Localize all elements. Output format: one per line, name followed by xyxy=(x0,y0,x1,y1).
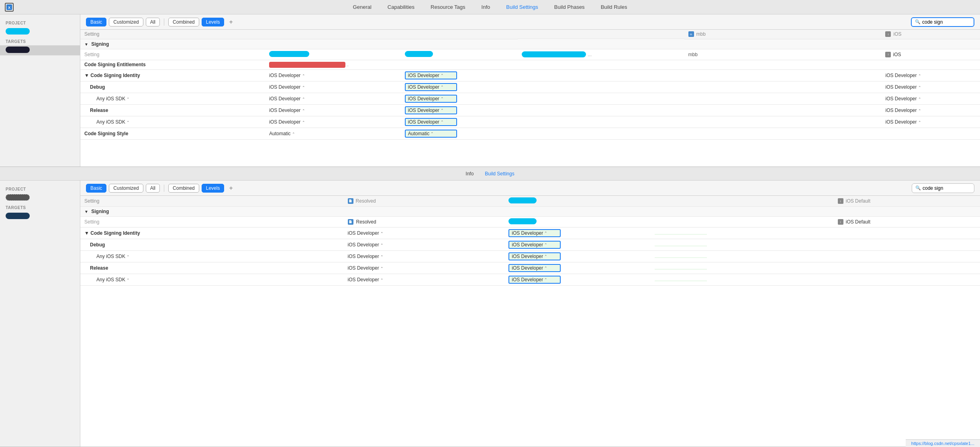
search-icon-1: 🔍 xyxy=(915,19,921,24)
project-pill-2 xyxy=(6,194,30,201)
customized-btn[interactable]: Customized xyxy=(109,18,143,26)
sidebar-2: PROJECT TARGETS xyxy=(0,181,80,447)
chevron-13: ⌃ xyxy=(918,109,921,113)
col-ios-header: i iOS xyxy=(881,30,980,39)
combined-btn[interactable]: Combined xyxy=(168,18,199,26)
table2-row-release: Release iOS Developer ⌃ iOS Developer ⌃ xyxy=(80,262,980,274)
table-row-debug: Debug iOS Developer ⌃ iOS Developer ⌃ xyxy=(80,81,980,93)
release2-green xyxy=(655,269,707,270)
release-col1: iOS Developer ⌃ xyxy=(265,104,401,116)
settings-table-2: Setting 📄 Resolved xyxy=(80,196,980,286)
debug-col3 xyxy=(518,81,684,93)
sidebar-project-item-2[interactable] xyxy=(0,193,80,203)
entitlements-empty xyxy=(518,60,684,69)
status-url: https://blog.csdn.net/cpsxlate1... xyxy=(911,441,974,446)
basic-btn[interactable]: Basic xyxy=(86,18,106,26)
nav-build-settings[interactable]: Build Settings xyxy=(504,4,540,10)
ios-icon-2: i xyxy=(885,52,891,57)
any-ios-release2-col1: iOS Developer ⌃ xyxy=(344,274,505,286)
signing-style-col6 xyxy=(881,128,980,139)
panel-2: PROJECT TARGETS Basic Customized All Com… xyxy=(0,181,980,447)
nav-resource-tags[interactable]: Resource Tags xyxy=(429,4,467,10)
sidebar-target-item[interactable] xyxy=(0,45,80,55)
sidebar-project-item[interactable] xyxy=(0,27,80,37)
identity2-highlighted: iOS Developer ⌃ xyxy=(508,229,561,237)
signing-section-header-2: ▼ Signing xyxy=(80,207,980,217)
any-ios-release2-highlighted: iOS Developer ⌃ xyxy=(508,276,561,284)
targets-label: TARGETS xyxy=(0,37,80,45)
val2-col-header xyxy=(401,49,518,60)
search-icon-2: 🔍 xyxy=(915,185,921,191)
val2-header-col xyxy=(504,217,651,228)
chevron-15: ⌃ xyxy=(302,120,305,124)
setting2-label: Setting xyxy=(80,217,344,228)
subnav-info[interactable]: Info xyxy=(466,171,474,177)
project-pill xyxy=(6,28,30,35)
all-btn-2[interactable]: All xyxy=(146,184,160,193)
any-ios-release-col3 xyxy=(518,116,684,128)
sidebar-target-item-2[interactable] xyxy=(0,211,80,221)
chevron-20: ⌃ xyxy=(380,232,384,236)
identity-col4 xyxy=(684,69,783,81)
nav-capabilities[interactable]: Capabilities xyxy=(386,4,416,10)
search-input-2[interactable] xyxy=(923,185,971,191)
add-btn[interactable]: + xyxy=(227,18,235,26)
release-col3 xyxy=(518,104,684,116)
ios-col-header: i iOS xyxy=(881,49,980,60)
debug2-label: Debug xyxy=(80,239,344,251)
any-ios-release-highlighted: iOS Developer ⌃ xyxy=(405,118,457,126)
val3-col-header: ... xyxy=(518,49,684,60)
identity-label: ▼ Code Signing Identity xyxy=(80,69,265,81)
search-box-2[interactable]: 🔍 xyxy=(912,183,974,193)
chevron-6: ⌃ xyxy=(918,85,921,89)
signing-style-col1: Automatic ⌃ xyxy=(265,128,401,139)
basic-btn-2[interactable]: Basic xyxy=(86,184,106,193)
panel-2-subnav: Info Build Settings xyxy=(0,167,980,181)
all-btn[interactable]: All xyxy=(146,18,160,26)
project-label-2: PROJECT xyxy=(0,185,80,193)
release2-label: Release xyxy=(80,262,344,274)
header-pill-3 xyxy=(522,51,586,57)
any-ios-release2-col3 xyxy=(651,274,833,286)
any-ios-debug2-col1: iOS Developer ⌃ xyxy=(344,251,505,262)
nav-build-rules[interactable]: Build Rules xyxy=(599,4,629,10)
search-box-1[interactable]: 🔍 xyxy=(911,17,974,27)
nav-general[interactable]: General xyxy=(351,4,373,10)
red-pill-1 xyxy=(269,62,345,68)
any-ios-release-col5 xyxy=(783,116,881,128)
chevron-9: ⌃ xyxy=(441,97,444,101)
customized-btn-2[interactable]: Customized xyxy=(109,184,143,193)
chevron-28: ⌃ xyxy=(544,266,547,270)
any-ios-debug2-green xyxy=(655,257,707,258)
any-ios-release2-col2: iOS Developer ⌃ xyxy=(504,274,651,286)
empty-header-col xyxy=(651,217,833,228)
combined-btn-2[interactable]: Combined xyxy=(168,184,199,193)
header-pill-2 xyxy=(405,51,433,57)
any-ios-release2-col4 xyxy=(834,274,980,286)
signing-style-highlighted: Automatic ⌃ xyxy=(405,130,457,138)
nav-build-phases[interactable]: Build Phases xyxy=(553,4,586,10)
setting-col: Setting xyxy=(80,49,265,60)
levels-btn-2[interactable]: Levels xyxy=(202,184,225,193)
panel-1-inner: PROJECT TARGETS Basic Customized All Com… xyxy=(0,14,980,167)
levels-btn[interactable]: Levels xyxy=(202,18,225,26)
chevron-16: ⌃ xyxy=(441,120,444,124)
debug2-highlighted: iOS Developer ⌃ xyxy=(508,241,561,249)
ios-icon-1: i xyxy=(885,31,891,37)
subnav-build-settings[interactable]: Build Settings xyxy=(485,171,514,177)
nav-info[interactable]: Info xyxy=(480,4,492,10)
debug-col6: iOS Developer ⌃ xyxy=(881,81,980,93)
entitlements-red-val: .. xyxy=(265,60,518,69)
add-btn-2[interactable]: + xyxy=(227,185,235,192)
release2-col1: iOS Developer ⌃ xyxy=(344,262,505,274)
triangle-icon-2: ▼ xyxy=(84,209,88,214)
debug-col4 xyxy=(684,81,783,93)
any-ios-debug2-col3 xyxy=(651,251,833,262)
search-input-1[interactable] xyxy=(922,19,970,25)
chevron-31: ⌃ xyxy=(544,278,547,282)
identity2-green xyxy=(655,234,707,235)
any-ios-debug2-label: Any iOS SDK ⌃ xyxy=(80,251,344,262)
signing-style-col4 xyxy=(684,128,783,139)
any-ios-debug-col3 xyxy=(518,93,684,104)
project-label: PROJECT xyxy=(0,18,80,27)
